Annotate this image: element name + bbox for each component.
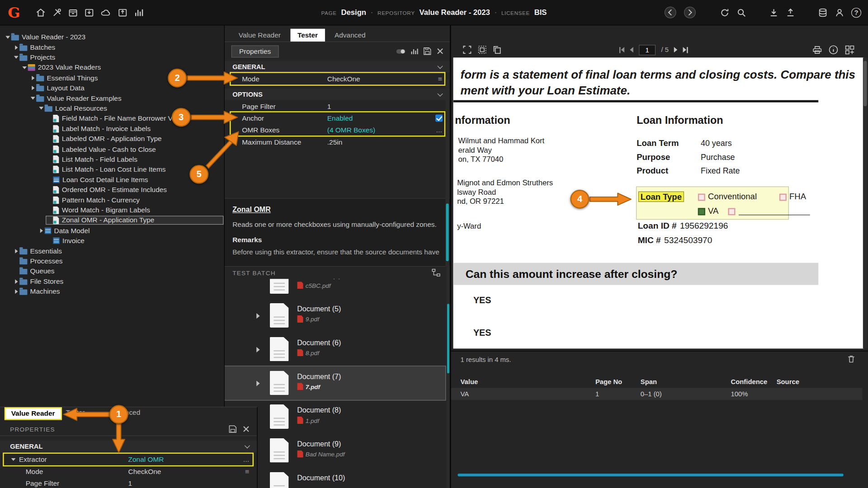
tree-item[interactable]: Value Reader Examples: [0, 93, 223, 103]
bottom-tab-tester[interactable]: Tester: [66, 409, 85, 417]
tree-item-selected[interactable]: Zonal OMR - Application Type: [0, 216, 223, 226]
results-data-row[interactable]: VA 1 0–1 (0) 100%: [451, 388, 863, 400]
bottom-row-extractor[interactable]: Extractor Zonal OMR ...: [0, 454, 257, 465]
forward-icon[interactable]: [684, 6, 696, 19]
bottom-tab-value-reader[interactable]: Value Reader: [5, 407, 61, 420]
anchor-value[interactable]: Enabled: [327, 114, 353, 122]
property-row-page-filter[interactable]: Page Filter 1: [225, 101, 450, 113]
viewer-scrollbar[interactable]: [863, 57, 868, 348]
tree-item[interactable]: Pattern Match - Currency: [0, 195, 223, 206]
tree-item[interactable]: Labeled Value - Cash to Close: [0, 144, 223, 155]
batch-tree-icon[interactable]: [431, 268, 441, 277]
list-item-document-4[interactable]: Document (4) c5BC.pdf: [225, 279, 445, 299]
tree-item-root[interactable]: Value Reader - 2023: [0, 32, 223, 42]
save-icon[interactable]: [229, 425, 237, 433]
list-item-document-5[interactable]: Document (5) 9.pdf: [225, 299, 445, 333]
toggle-icon[interactable]: [396, 47, 406, 55]
properties-tab[interactable]: Properties: [231, 45, 279, 57]
bottom-section-general[interactable]: GENERAL: [0, 441, 257, 453]
omr-boxes-value[interactable]: (4 OMR Boxes): [327, 126, 375, 134]
section-general[interactable]: GENERAL: [225, 61, 450, 73]
inbox-download-icon[interactable]: [84, 8, 94, 18]
tree-item[interactable]: Essential Things: [0, 73, 223, 83]
page-number-input[interactable]: 1: [639, 45, 656, 55]
help-icon[interactable]: ?: [851, 8, 861, 18]
menu-icon[interactable]: ≡: [438, 75, 442, 83]
tree-item[interactable]: Queues: [0, 266, 223, 277]
close-icon[interactable]: [242, 425, 250, 433]
tree-item[interactable]: File Stores: [0, 277, 223, 287]
print-icon[interactable]: [812, 45, 822, 55]
tree-item[interactable]: List Match - Field Labels: [0, 154, 223, 164]
chart-small-icon[interactable]: [410, 47, 419, 55]
back-icon[interactable]: [664, 6, 677, 19]
max-distance-value[interactable]: .25in: [327, 138, 342, 146]
page-value[interactable]: Design: [341, 8, 366, 16]
property-row-mode[interactable]: Mode CheckOne ≡: [225, 73, 450, 85]
expander-icon[interactable]: [11, 458, 16, 461]
tree-item[interactable]: Label Match - Invoice Labels: [0, 124, 223, 134]
ellipsis-icon[interactable]: ...: [243, 455, 249, 464]
tree-item[interactable]: Processes: [0, 256, 223, 267]
menu-icon[interactable]: ≡: [245, 468, 249, 476]
list-item-document-9[interactable]: Document (9) Bad Name.pdf: [225, 434, 445, 468]
mode-value[interactable]: CheckOne: [128, 468, 161, 475]
section-options[interactable]: OPTIONS: [225, 89, 450, 100]
outbox-upload-icon[interactable]: [118, 8, 127, 18]
user-icon[interactable]: [835, 8, 844, 18]
tree-item[interactable]: 2023 Value Readers: [0, 63, 223, 73]
tree-item[interactable]: Local Resources: [0, 103, 223, 114]
tab-value-reader[interactable]: Value Reader: [231, 29, 288, 42]
upload-icon[interactable]: [785, 8, 795, 18]
info-icon[interactable]: [828, 45, 838, 55]
next-page-icon[interactable]: [674, 47, 677, 52]
chart-icon[interactable]: [134, 8, 144, 18]
cloud-icon[interactable]: [100, 8, 112, 18]
home-icon[interactable]: [36, 8, 46, 18]
save-icon[interactable]: [423, 47, 431, 55]
list-item-document-7-selected[interactable]: Document (7) 7.pdf: [225, 366, 445, 400]
expand-icon[interactable]: [256, 347, 259, 352]
page-filter-value[interactable]: 1: [327, 103, 331, 110]
list-item-document-6[interactable]: Document (6) 8.pdf: [225, 333, 445, 366]
tree-item[interactable]: Batches: [0, 42, 223, 53]
expand-icon[interactable]: [256, 380, 259, 386]
view-settings-icon[interactable]: [844, 45, 854, 55]
property-row-max-distance[interactable]: Maximum Distance .25in: [225, 136, 450, 148]
tab-tester[interactable]: Tester: [290, 29, 325, 42]
repository-value[interactable]: Value Reader - 2023: [419, 8, 490, 16]
zones-grid-icon[interactable]: [477, 45, 487, 55]
trash-icon[interactable]: [847, 355, 856, 364]
copy-pages-icon[interactable]: [492, 45, 502, 55]
tree-item[interactable]: Data Model: [0, 225, 223, 236]
tree-item[interactable]: Ordered OMR - Estimate Includes: [0, 185, 223, 195]
first-page-icon[interactable]: [619, 47, 624, 52]
tab-advanced[interactable]: Advanced: [327, 29, 373, 42]
refresh-icon[interactable]: [720, 8, 730, 18]
tree-item[interactable]: Word Match - Bigram Labels: [0, 205, 223, 216]
properties-scrollbar[interactable]: [445, 80, 449, 267]
tree-item[interactable]: Invoice: [0, 236, 223, 246]
database-icon[interactable]: [818, 8, 828, 18]
extractor-value[interactable]: Zonal OMR: [128, 455, 164, 463]
page-filter-value[interactable]: 1: [128, 479, 132, 487]
tree-item[interactable]: Labeled OMR - Application Type: [0, 134, 223, 144]
close-icon[interactable]: [436, 47, 444, 55]
last-page-icon[interactable]: [683, 47, 688, 52]
property-row-anchor[interactable]: Anchor Enabled: [225, 113, 450, 124]
fit-window-icon[interactable]: [462, 45, 472, 55]
tree-item[interactable]: Layout Data: [0, 83, 223, 94]
list-item-document-8[interactable]: Document (8) 1.pdf: [225, 400, 445, 434]
search-icon[interactable]: [736, 8, 746, 18]
prev-page-icon[interactable]: [630, 47, 633, 52]
property-row-omr-boxes[interactable]: OMR Boxes (4 OMR Boxes) ...: [225, 124, 450, 136]
anchor-checkbox[interactable]: [435, 114, 443, 122]
download-icon[interactable]: [769, 8, 778, 18]
horizontal-scrollbar[interactable]: [458, 474, 843, 476]
tools-icon[interactable]: [52, 8, 62, 18]
mode-value[interactable]: CheckOne: [327, 75, 360, 83]
test-batch-scrollbar[interactable]: [447, 267, 450, 488]
tree-item[interactable]: Projects: [0, 52, 223, 63]
tree-item[interactable]: Essentials: [0, 246, 223, 256]
tree-item[interactable]: Machines: [0, 286, 223, 297]
